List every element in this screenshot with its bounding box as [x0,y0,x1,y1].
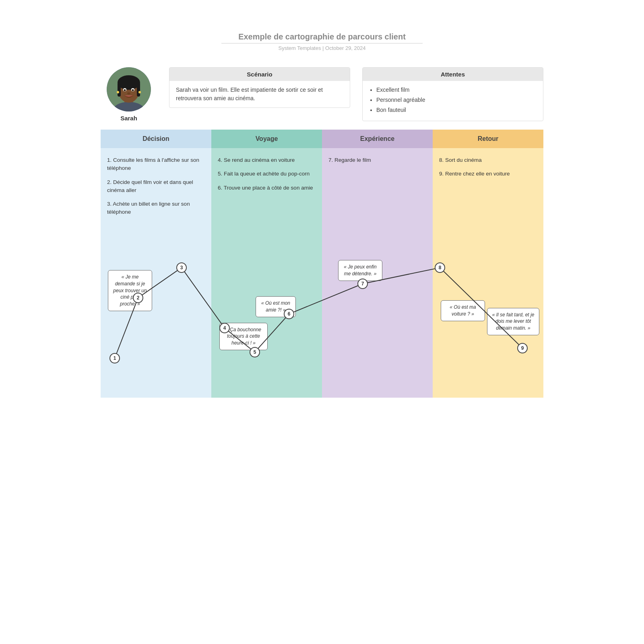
scenario-card: Scénario Sarah va voir un film. Elle est… [169,67,350,108]
step-d2: 2. Décide quel film voir et dans quel ci… [107,178,205,195]
node-2: 2 [133,293,143,303]
steps-experience: 7. Regarde le film [328,156,426,213]
page-subtitle: System Templates | October 29, 2024 [101,45,543,51]
step-v4: 4. Se rend au cinéma en voiture [218,156,316,164]
phase-col-retour: 8. Sort du cinéma 9. Rentre chez elle en… [433,148,543,398]
top-info-row: Sarah Scénario Sarah va voir un film. El… [101,67,543,122]
attentes-card: Attentes Excellent filmPersonnel agréabl… [362,67,543,121]
bubble-demande: « Je me demande si je peux trouver un ci… [108,270,152,311]
steps-decision: 1. Consulte les films à l'affiche sur so… [107,156,205,217]
phase-col-experience: 7. Regarde le film « Je peux enfin me dé… [322,148,433,398]
node-3: 3 [176,262,187,273]
page-title: Exemple de cartographie de parcours clie… [101,32,543,41]
attentes-body: Excellent filmPersonnel agréableBon faut… [363,81,543,121]
step-e7: 7. Regarde le film [328,156,426,164]
attentes-header: Attentes [363,68,543,81]
svg-point-12 [127,93,130,95]
phases-header: Décision Voyage Expérience Retour [101,130,543,148]
persona-avatar [107,67,151,111]
scenario-body: Sarah va voir un film. Elle est impatien… [169,81,350,107]
node-5: 5 [250,347,260,357]
svg-rect-6 [137,83,140,97]
step-r9: 9. Rentre chez elle en voiture [439,170,537,178]
attente-item: Bon fauteuil [376,106,537,114]
svg-point-13 [117,91,119,93]
step-v6: 6. Trouve une place à côté de son amie [218,184,316,192]
attente-item: Excellent film [376,86,537,94]
main-content: 1. Consulte les films à l'affiche sur so… [101,148,543,398]
bubble-tard: « Il se fait tard, et je dois me lever t… [487,308,539,335]
svg-point-11 [132,89,134,91]
step-r8: 8. Sort du cinéma [439,156,537,164]
attentes-box: Attentes Excellent filmPersonnel agréabl… [362,67,543,121]
phase-col-voyage: 4. Se rend au cinéma en voiture 5. Fait … [211,148,322,398]
scenario-header: Scénario [169,68,350,81]
svg-point-14 [138,91,141,93]
journey-map: 1. Consulte les films à l'affiche sur so… [101,148,543,398]
bubble-voiture: « Où est ma voiture ? » [441,300,485,321]
node-8: 8 [435,262,445,273]
scenario-box: Scénario Sarah va voir un film. Elle est… [169,67,350,108]
persona-name: Sarah [120,115,137,122]
phase-header-retour: Retour [433,130,543,148]
steps-retour: 8. Sort du cinéma 9. Rentre chez elle en… [439,156,537,213]
phase-header-decision: Décision [101,130,211,148]
node-6: 6 [284,309,294,319]
page-container: Exemple de cartographie de parcours clie… [101,32,543,398]
bubble-detendre: « Je peux enfin me détendre. » [338,260,382,281]
svg-rect-7 [120,79,137,86]
node-1: 1 [109,353,120,363]
step-d1: 1. Consulte les films à l'affiche sur so… [107,156,205,173]
svg-rect-5 [118,83,121,97]
step-v5: 5. Fait la queue et achète du pop-corn [218,170,316,178]
attente-item: Personnel agréable [376,96,537,104]
step-d3: 3. Achète un billet en ligne sur son tél… [107,200,205,217]
phase-header-experience: Expérience [322,130,433,148]
node-9: 9 [517,343,528,353]
svg-point-10 [124,89,126,91]
persona-box: Sarah [101,67,157,122]
node-7: 7 [357,279,368,289]
steps-voyage: 4. Se rend au cinéma en voiture 5. Fait … [218,156,316,213]
phase-header-voyage: Voyage [211,130,322,148]
node-4: 4 [219,323,230,333]
